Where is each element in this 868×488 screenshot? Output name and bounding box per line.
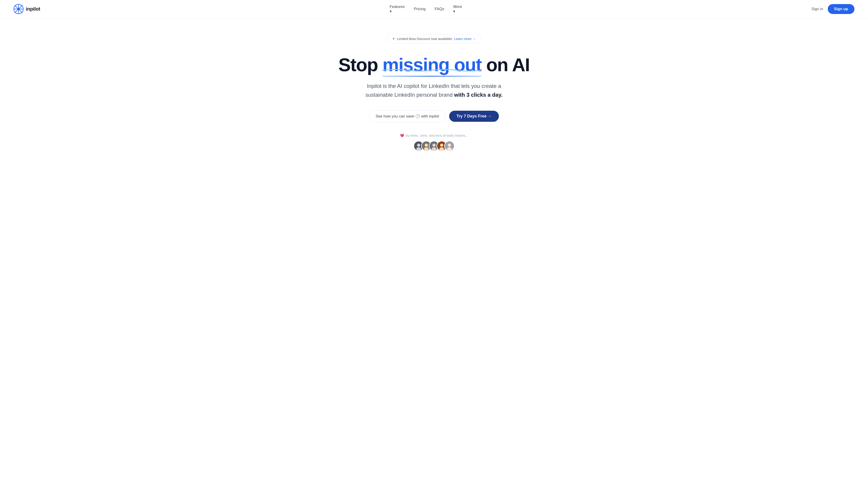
cta-secondary-button[interactable]: See how you can save 🕐 with inpilot	[369, 110, 446, 122]
svg-point-15	[424, 147, 429, 151]
social-proof: 💗 by Aries, John, and tens of early test…	[400, 133, 468, 151]
hero-headline: Stop missing out on AI	[338, 55, 530, 75]
beta-banner-text: Limited Beta Discount now available!	[397, 37, 452, 41]
nav-item-features[interactable]: Features ▾	[390, 4, 405, 14]
headline-part1: Stop	[338, 55, 382, 75]
cta-primary-label: Try 7 Days Free →	[456, 114, 492, 119]
svg-line-8	[20, 5, 22, 8]
svg-point-12	[416, 147, 421, 151]
sign-up-button[interactable]: Sign up	[828, 4, 855, 14]
logo-text: inpilot	[26, 6, 40, 12]
svg-point-24	[447, 147, 452, 151]
avatars-row	[413, 141, 455, 151]
svg-point-1	[17, 8, 20, 10]
svg-point-20	[440, 144, 443, 147]
nav-label-features: Features	[390, 4, 405, 9]
headline-highlight: missing out	[382, 55, 482, 75]
beta-banner[interactable]: ✦ Limited Beta Discount now available! L…	[387, 34, 481, 43]
nav-links: Features ▾ Pricing FAQs More ▾	[390, 4, 462, 14]
heart-icon: 💗	[400, 133, 404, 138]
hero-subheadline: Inpilot is the AI copilot for LinkedIn t…	[352, 82, 515, 99]
chevron-down-icon: ▾	[390, 9, 405, 14]
svg-point-17	[432, 144, 436, 147]
hero-section: ✦ Limited Beta Discount now available! L…	[0, 18, 868, 162]
svg-point-21	[439, 147, 444, 151]
svg-line-7	[20, 10, 22, 13]
nav-label-faqs: FAQs	[435, 7, 444, 11]
nav-item-more[interactable]: More ▾	[453, 4, 462, 14]
svg-line-9	[15, 10, 18, 13]
sign-in-button[interactable]: Sign in	[811, 7, 823, 11]
cta-row: See how you can save 🕐 with inpilot Try …	[369, 110, 499, 122]
nav-actions: Sign in Sign up	[811, 4, 855, 14]
helm-icon	[13, 4, 24, 14]
svg-point-18	[432, 147, 436, 151]
logo[interactable]: inpilot	[13, 4, 40, 14]
cta-primary-button[interactable]: Try 7 Days Free →	[449, 111, 499, 122]
svg-point-23	[448, 144, 451, 147]
chevron-down-icon-more: ▾	[453, 9, 462, 14]
svg-point-14	[425, 144, 428, 147]
hero-sub-bold: with 3 clicks a day.	[454, 92, 502, 98]
svg-point-11	[417, 144, 420, 147]
avatar-5	[444, 141, 455, 151]
nav-label-more: More	[453, 4, 462, 9]
nav-item-faqs[interactable]: FAQs	[435, 7, 444, 11]
cta-secondary-label: See how you can save 🕐 with inpilot	[376, 114, 439, 119]
social-proof-text: 💗 by Aries, John, and tens of early test…	[400, 133, 468, 138]
nav-label-pricing: Pricing	[414, 7, 426, 11]
sparkle-icon: ✦	[392, 37, 395, 41]
nav-item-pricing[interactable]: Pricing	[414, 7, 426, 11]
svg-line-6	[15, 5, 18, 8]
learn-more-link[interactable]: Learn more →	[454, 37, 476, 41]
navbar: inpilot Features ▾ Pricing FAQs More ▾ S…	[0, 0, 868, 18]
social-proof-label: by Aries, John, and tens of early tester…	[406, 133, 468, 137]
headline-part2: on AI	[482, 55, 530, 75]
